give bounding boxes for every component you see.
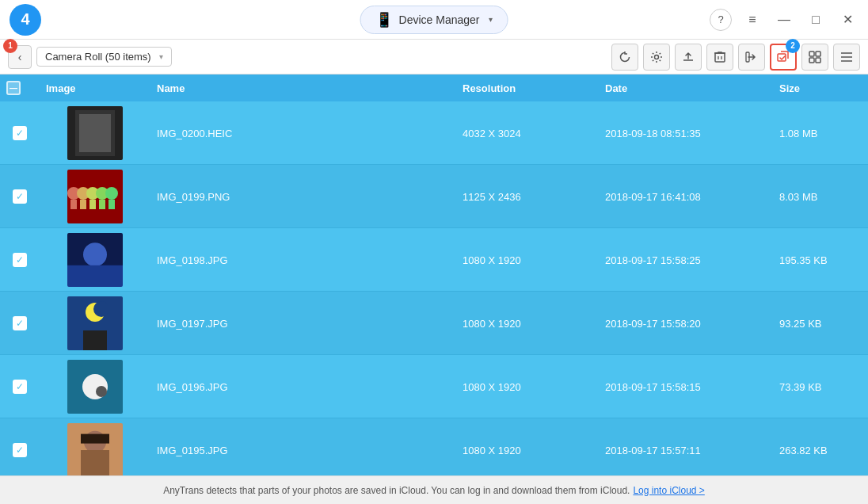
svg-rect-5 bbox=[816, 52, 820, 56]
notification-bar: AnyTrans detects that parts of your phot… bbox=[0, 475, 868, 504]
app-logo[interactable]: 4 bbox=[10, 4, 41, 36]
file-resolution: 1125 X 2436 bbox=[456, 191, 599, 203]
row-checkbox[interactable]: ✓ bbox=[13, 126, 27, 140]
svg-rect-2 bbox=[746, 52, 749, 62]
table-row[interactable]: ✓IMG_0200.HEIC4032 X 30242018-09-18 08:5… bbox=[0, 101, 868, 165]
file-name: IMG_0196.JPG bbox=[150, 381, 456, 393]
row-checkbox[interactable]: ✓ bbox=[13, 443, 27, 457]
file-size: 73.39 KB bbox=[773, 381, 868, 393]
table-row[interactable]: ✓IMG_0198.JPG1080 X 19202018-09-17 15:58… bbox=[0, 228, 868, 292]
row-checkbox[interactable]: ✓ bbox=[13, 189, 27, 204]
thumbnail bbox=[67, 106, 123, 160]
table-row[interactable]: ✓IMG_0195.JPG1080 X 19202018-09-17 15:57… bbox=[0, 418, 868, 475]
file-resolution: 1080 X 1920 bbox=[456, 381, 599, 393]
table-row[interactable]: ✓IMG_0196.JPG1080 X 19202018-09-17 15:58… bbox=[0, 355, 868, 418]
toolbar: 1 ‹ Camera Roll (50 items) ▾ bbox=[0, 40, 868, 74]
thumbnail bbox=[67, 170, 123, 223]
svg-rect-7 bbox=[816, 58, 820, 63]
header-image: Image bbox=[40, 82, 150, 94]
file-name: IMG_0197.JPG bbox=[150, 318, 456, 330]
file-date: 2018-09-17 15:58:20 bbox=[599, 318, 773, 330]
row-checkbox[interactable]: ✓ bbox=[13, 253, 27, 267]
table-header: — Image Name Resolution Date Size bbox=[0, 74, 868, 101]
grid-view-button[interactable] bbox=[801, 44, 828, 71]
settings-button[interactable] bbox=[643, 44, 670, 71]
close-button[interactable]: ✕ bbox=[836, 9, 858, 31]
svg-rect-4 bbox=[809, 52, 814, 56]
maximize-button[interactable]: □ bbox=[805, 9, 827, 31]
folder-dropdown[interactable]: Camera Roll (50 items) ▾ bbox=[36, 47, 172, 67]
file-size: 263.82 KB bbox=[773, 445, 868, 456]
menu-button[interactable]: ≡ bbox=[741, 9, 763, 31]
file-name: IMG_0198.JPG bbox=[150, 254, 456, 266]
table-body: ✓IMG_0200.HEIC4032 X 30242018-09-18 08:5… bbox=[0, 101, 868, 475]
table-row[interactable]: ✓IMG_0199.PNG1125 X 24362018-09-17 16:41… bbox=[0, 165, 868, 228]
thumbnail bbox=[67, 296, 123, 350]
notification-text: AnyTrans detects that parts of your phot… bbox=[163, 485, 630, 496]
minimize-button[interactable]: — bbox=[773, 9, 795, 31]
svg-rect-1 bbox=[715, 53, 725, 62]
thumbnail bbox=[67, 233, 123, 287]
file-name: IMG_0199.PNG bbox=[150, 191, 456, 203]
thumbnail bbox=[67, 360, 123, 414]
file-size: 8.03 MB bbox=[773, 191, 868, 203]
file-resolution: 4032 X 3024 bbox=[456, 128, 599, 139]
device-icon: 📱 bbox=[375, 11, 393, 29]
file-size: 93.25 KB bbox=[773, 318, 868, 330]
refresh-button[interactable] bbox=[611, 44, 638, 71]
folder-label: Camera Roll (50 items) bbox=[45, 51, 151, 63]
file-name: IMG_0200.HEIC bbox=[150, 128, 456, 139]
file-date: 2018-09-17 15:58:15 bbox=[599, 381, 773, 393]
header-resolution: Resolution bbox=[456, 82, 599, 94]
delete-button[interactable] bbox=[706, 44, 733, 71]
help-button[interactable]: ? bbox=[710, 9, 732, 31]
file-date: 2018-09-17 15:58:25 bbox=[599, 254, 773, 266]
step2-badge: 2 bbox=[786, 39, 800, 53]
svg-rect-6 bbox=[809, 58, 814, 63]
file-size: 1.08 MB bbox=[773, 128, 868, 139]
window-controls: ? ≡ — □ ✕ bbox=[710, 9, 858, 31]
header-checkbox: — bbox=[0, 81, 40, 95]
file-date: 2018-09-17 15:57:11 bbox=[599, 445, 773, 456]
row-checkbox[interactable]: ✓ bbox=[13, 316, 27, 330]
chevron-down-icon: ▾ bbox=[489, 15, 493, 24]
header-size: Size bbox=[773, 82, 868, 94]
header-name: Name bbox=[150, 82, 456, 94]
svg-point-0 bbox=[655, 55, 659, 59]
list-view-button[interactable] bbox=[833, 44, 860, 71]
thumbnail bbox=[67, 423, 123, 475]
row-checkbox[interactable]: ✓ bbox=[13, 380, 27, 394]
table-row[interactable]: ✓IMG_0197.JPG1080 X 19202018-09-17 15:58… bbox=[0, 292, 868, 355]
file-resolution: 1080 X 1920 bbox=[456, 254, 599, 266]
device-manager-label: Device Manager bbox=[399, 13, 480, 26]
header-date: Date bbox=[599, 82, 773, 94]
file-date: 2018-09-18 08:51:35 bbox=[599, 128, 773, 139]
add-to-album-button[interactable]: 2 bbox=[770, 44, 797, 71]
file-name: IMG_0195.JPG bbox=[150, 445, 456, 456]
title-bar: 4 📱 Device Manager ▾ ? ≡ — □ ✕ bbox=[0, 0, 868, 40]
device-manager-button[interactable]: 📱 Device Manager ▾ bbox=[360, 6, 508, 34]
file-resolution: 1080 X 1920 bbox=[456, 318, 599, 330]
file-date: 2018-09-17 16:41:08 bbox=[599, 191, 773, 203]
step1-badge: 1 bbox=[3, 39, 17, 53]
upload-button[interactable] bbox=[675, 44, 702, 71]
folder-chevron-icon: ▾ bbox=[159, 52, 163, 61]
file-size: 195.35 KB bbox=[773, 254, 868, 266]
icloud-link[interactable]: Log into iCloud > bbox=[633, 485, 704, 496]
file-resolution: 1080 X 1920 bbox=[456, 445, 599, 456]
export-button[interactable] bbox=[738, 44, 765, 71]
